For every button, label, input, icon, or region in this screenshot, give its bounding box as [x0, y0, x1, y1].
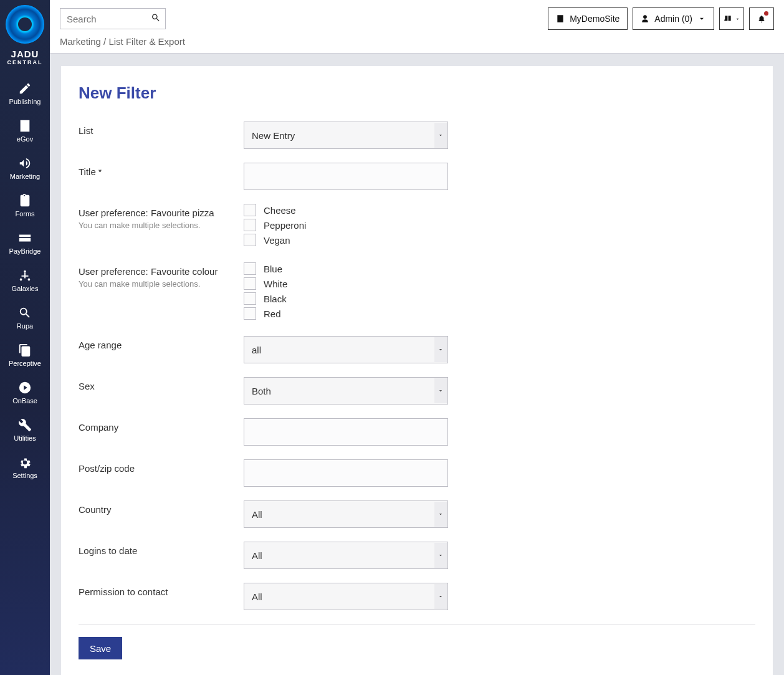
breadcrumb-current: List Filter & Export	[108, 36, 185, 47]
colour-option: Blue	[244, 262, 448, 275]
global-search	[60, 8, 166, 29]
list-value: New Entry	[252, 130, 295, 141]
nav-label: OnBase	[0, 397, 50, 405]
admin-button[interactable]: Admin (0)	[633, 7, 714, 30]
nav-label: Perceptive	[0, 360, 50, 367]
logins-label: Logins to date	[79, 545, 137, 556]
company-field[interactable]	[244, 418, 448, 446]
sex-label: Sex	[79, 381, 95, 391]
nav-label: Forms	[0, 210, 50, 218]
checkbox[interactable]	[244, 262, 256, 275]
caret-down-icon	[697, 14, 706, 23]
checkbox[interactable]	[244, 292, 256, 305]
sex-select[interactable]: Both	[244, 377, 448, 405]
checkbox[interactable]	[244, 204, 256, 216]
site-button[interactable]: MyDemoSite	[548, 7, 628, 30]
pencil-icon	[18, 82, 32, 95]
nav-paybridge[interactable]: PayBridge	[0, 224, 50, 261]
required-marker: *	[98, 167, 102, 177]
nav-label: Rupa	[0, 322, 50, 330]
checkbox[interactable]	[244, 277, 256, 290]
checkbox[interactable]	[244, 307, 256, 320]
option-label: White	[264, 279, 287, 289]
title-field[interactable]	[244, 163, 448, 190]
play-circle-icon	[18, 381, 32, 395]
postcode-field[interactable]	[244, 459, 448, 487]
nav-label: Publishing	[0, 98, 50, 105]
permission-select[interactable]: All	[244, 583, 448, 610]
nav-marketing[interactable]: Marketing	[0, 149, 50, 186]
nav-settings[interactable]: Settings	[0, 448, 50, 486]
colour-hint: You can make multiple selections.	[79, 279, 234, 289]
copy-icon	[18, 343, 32, 357]
chevron-down-icon	[434, 123, 447, 148]
option-label: Cheese	[264, 205, 296, 216]
brand-sub: CENTRAL	[7, 59, 43, 65]
save-button[interactable]: Save	[79, 637, 122, 659]
panel: New Filter List New Entry Title *	[61, 66, 773, 675]
notification-dot	[764, 11, 768, 16]
permission-label: Permission to contact	[79, 586, 168, 597]
postcode-label: Post/zip code	[79, 463, 135, 474]
country-value: All	[252, 509, 262, 520]
chevron-down-icon	[434, 543, 447, 568]
option-label: Vegan	[264, 235, 290, 246]
age-label: Age range	[79, 340, 122, 350]
breadcrumb-parent[interactable]: Marketing	[60, 36, 101, 47]
nav-forms[interactable]: Forms	[0, 186, 50, 224]
chevron-down-icon	[434, 584, 447, 609]
nav-utilities[interactable]: Utilities	[0, 411, 50, 448]
colour-option: Red	[244, 307, 448, 320]
checkbox[interactable]	[244, 234, 256, 246]
book-icon	[724, 14, 732, 23]
pizza-hint: You can make multiple selections.	[79, 221, 234, 230]
caret-down-icon	[735, 16, 740, 22]
notifications-button[interactable]	[749, 7, 774, 30]
admin-label: Admin (0)	[654, 14, 692, 24]
colour-label: User preference: Favourite colour	[79, 266, 234, 277]
brand-logo[interactable]	[6, 5, 44, 44]
list-label: List	[79, 125, 93, 136]
age-select[interactable]: all	[244, 336, 448, 363]
nodes-icon	[18, 269, 32, 282]
company-label: Company	[79, 422, 118, 433]
nav-egov[interactable]: eGov	[0, 112, 50, 149]
nav-label: Galaxies	[0, 285, 50, 292]
nav-label: eGov	[0, 135, 50, 143]
nav-galaxies[interactable]: Galaxies	[0, 261, 50, 299]
topbar: MyDemoSite Admin (0) Marketing /	[50, 0, 784, 54]
nav-perceptive[interactable]: Perceptive	[0, 336, 50, 373]
nav-rupa[interactable]: Rupa	[0, 299, 50, 336]
country-select[interactable]: All	[244, 500, 448, 528]
pizza-option: Vegan	[244, 234, 448, 246]
nav-publishing[interactable]: Publishing	[0, 74, 50, 112]
option-label: Red	[264, 309, 281, 319]
nav-onbase[interactable]: OnBase	[0, 373, 50, 411]
brand-main: JADU	[7, 49, 43, 59]
checkbox[interactable]	[244, 219, 256, 231]
colour-option: Black	[244, 292, 448, 305]
chevron-down-icon	[434, 337, 447, 362]
search-input[interactable]	[60, 8, 166, 29]
wrench-icon	[18, 418, 32, 432]
pizza-label: User preference: Favourite pizza	[79, 208, 234, 218]
nav-label: PayBridge	[0, 247, 50, 255]
logins-select[interactable]: All	[244, 542, 448, 569]
chevron-down-icon	[434, 502, 447, 527]
search-icon	[18, 306, 32, 320]
bullhorn-icon	[18, 156, 32, 170]
breadcrumb: Marketing / List Filter & Export	[60, 36, 774, 47]
building-icon	[556, 14, 565, 23]
building-icon	[18, 119, 32, 133]
sex-value: Both	[252, 386, 271, 396]
permission-value: All	[252, 591, 262, 602]
logins-value: All	[252, 550, 262, 561]
chevron-down-icon	[434, 378, 447, 403]
list-select[interactable]: New Entry	[244, 122, 448, 149]
docs-button[interactable]	[719, 7, 744, 30]
user-icon	[641, 14, 649, 23]
main-area: MyDemoSite Admin (0) Marketing /	[50, 0, 784, 675]
page-title: New Filter	[79, 84, 755, 103]
option-label: Black	[264, 294, 287, 304]
search-icon[interactable]	[151, 13, 161, 25]
